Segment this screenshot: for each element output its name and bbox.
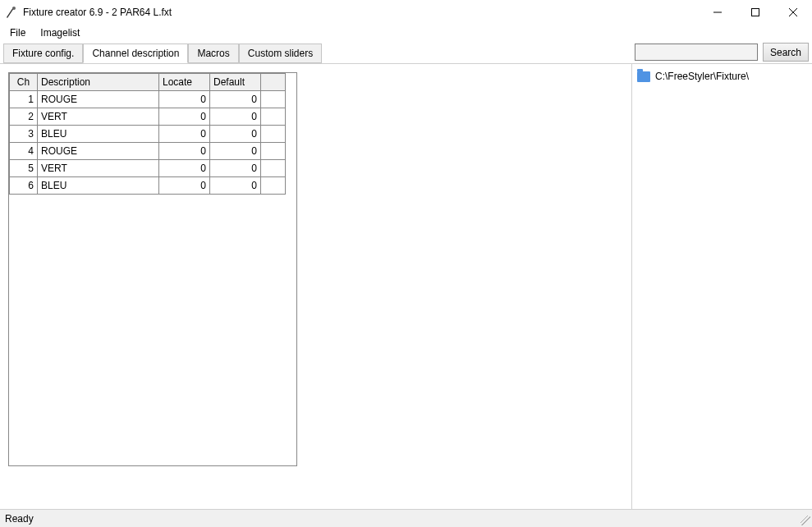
cell-ch[interactable]: 3 <box>10 126 38 143</box>
cell-ch[interactable]: 1 <box>10 91 38 108</box>
cell-description[interactable]: VERT <box>38 160 159 177</box>
resize-grip[interactable] <box>801 516 810 525</box>
svg-point-0 <box>12 7 16 10</box>
cell-default[interactable]: 0 <box>210 177 261 195</box>
cell-locate[interactable]: 0 <box>159 160 210 177</box>
cell-default[interactable]: 0 <box>210 108 261 126</box>
cell-default[interactable]: 0 <box>210 126 261 143</box>
cell-extra[interactable] <box>261 126 286 143</box>
close-button[interactable] <box>774 0 812 25</box>
cell-ch[interactable]: 6 <box>10 177 38 195</box>
cell-description[interactable]: BLEU <box>38 126 159 143</box>
folder-icon <box>637 71 650 82</box>
left-pane: Ch Description Locate Default 1ROUGE002V… <box>0 64 631 509</box>
window-controls <box>699 0 812 25</box>
status-bar: Ready <box>0 509 812 527</box>
tree-root[interactable]: C:\FreeStyler\Fixture\ <box>635 69 809 84</box>
cell-extra[interactable] <box>261 160 286 177</box>
cell-extra[interactable] <box>261 177 286 195</box>
svg-rect-2 <box>752 9 759 16</box>
tab-fixture-config[interactable]: Fixture config. <box>3 44 83 63</box>
toolbar-row: Fixture config. Channel description Macr… <box>0 41 812 64</box>
cell-locate[interactable]: 0 <box>159 177 210 195</box>
cell-locate[interactable]: 0 <box>159 108 210 126</box>
cell-default[interactable]: 0 <box>210 143 261 160</box>
table-row[interactable]: 4ROUGE00 <box>10 143 286 160</box>
status-text: Ready <box>5 513 34 525</box>
search-button[interactable]: Search <box>763 43 809 62</box>
table-row[interactable]: 1ROUGE00 <box>10 91 286 108</box>
table-row[interactable]: 3BLEU00 <box>10 126 286 143</box>
menu-bar: File Imagelist <box>0 25 812 41</box>
cell-locate[interactable]: 0 <box>159 143 210 160</box>
cell-locate[interactable]: 0 <box>159 91 210 108</box>
channel-table-wrap[interactable]: Ch Description Locate Default 1ROUGE002V… <box>8 72 297 466</box>
right-pane: C:\FreeStyler\Fixture\ <box>631 64 812 509</box>
menu-imagelist[interactable]: Imagelist <box>34 25 86 40</box>
table-row[interactable]: 2VERT00 <box>10 108 286 126</box>
cell-description[interactable]: VERT <box>38 108 159 126</box>
cell-extra[interactable] <box>261 143 286 160</box>
title-bar: Fixture creator 6.9 - 2 PAR64 L.fxt <box>0 0 812 25</box>
window-title: Fixture creator 6.9 - 2 PAR64 L.fxt <box>23 7 172 18</box>
cell-ch[interactable]: 4 <box>10 143 38 160</box>
search-input[interactable] <box>635 44 758 61</box>
cell-description[interactable]: ROUGE <box>38 143 159 160</box>
content-area: Ch Description Locate Default 1ROUGE002V… <box>0 64 812 509</box>
minimize-button[interactable] <box>699 0 736 25</box>
cell-ch[interactable]: 5 <box>10 160 38 177</box>
search-area: Search <box>635 41 812 63</box>
table-row[interactable]: 6BLEU00 <box>10 177 286 195</box>
cell-description[interactable]: BLEU <box>38 177 159 195</box>
header-extra[interactable] <box>261 74 286 91</box>
cell-extra[interactable] <box>261 108 286 126</box>
header-default[interactable]: Default <box>210 74 261 91</box>
cell-description[interactable]: ROUGE <box>38 91 159 108</box>
cell-default[interactable]: 0 <box>210 160 261 177</box>
menu-file[interactable]: File <box>3 25 32 40</box>
cell-ch[interactable]: 2 <box>10 108 38 126</box>
table-row[interactable]: 5VERT00 <box>10 160 286 177</box>
header-ch[interactable]: Ch <box>10 74 38 91</box>
table-header-row: Ch Description Locate Default <box>10 74 286 91</box>
tree-path: C:\FreeStyler\Fixture\ <box>655 71 749 82</box>
cell-extra[interactable] <box>261 91 286 108</box>
cell-locate[interactable]: 0 <box>159 126 210 143</box>
tab-macros[interactable]: Macros <box>188 44 238 63</box>
tab-custom-sliders[interactable]: Custom sliders <box>239 44 322 63</box>
header-locate[interactable]: Locate <box>159 74 210 91</box>
tab-strip: Fixture config. Channel description Macr… <box>0 41 635 63</box>
app-icon <box>5 6 18 19</box>
tab-channel-description[interactable]: Channel description <box>83 44 188 63</box>
header-description[interactable]: Description <box>38 74 159 91</box>
maximize-button[interactable] <box>736 0 774 25</box>
cell-default[interactable]: 0 <box>210 91 261 108</box>
channel-table: Ch Description Locate Default 1ROUGE002V… <box>9 73 286 195</box>
